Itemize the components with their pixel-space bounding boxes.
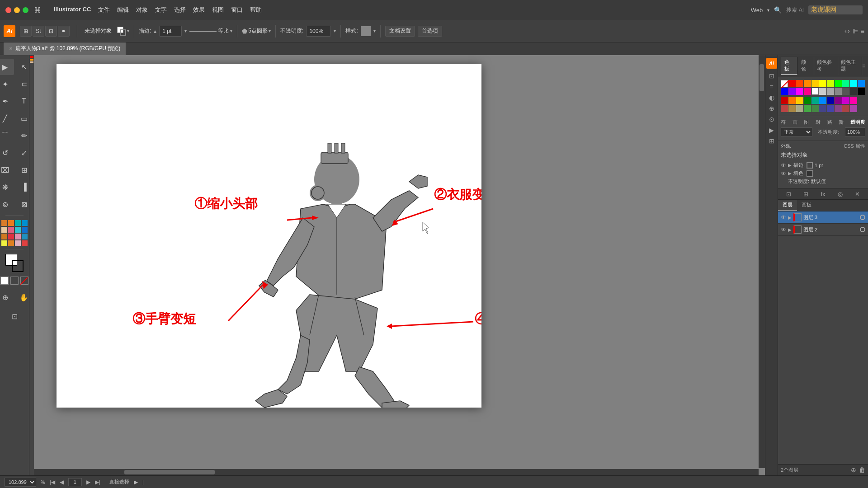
- opacity-arrow[interactable]: ▾: [334, 28, 336, 33]
- menu-item-view[interactable]: 视图: [212, 6, 224, 14]
- swatch-navy[interactable]: [827, 97, 834, 104]
- layer3-expand[interactable]: ▶: [788, 215, 792, 220]
- layer3-eye[interactable]: 👁: [781, 214, 786, 221]
- menu-item-edit[interactable]: 编辑: [117, 6, 129, 14]
- swatch-dark-gray[interactable]: [842, 88, 849, 95]
- layer3-target[interactable]: [860, 215, 865, 220]
- style-arrow[interactable]: ▾: [373, 28, 376, 33]
- symbol-tool[interactable]: ❋: [0, 179, 14, 195]
- menu-item-app[interactable]: Illustrator CC: [54, 6, 91, 14]
- swatch-blue[interactable]: [22, 220, 28, 226]
- menu-item-help[interactable]: 帮助: [250, 6, 262, 14]
- swatch-sky-blue[interactable]: [858, 80, 865, 87]
- panel-icon-unknown4[interactable]: ⊕: [769, 105, 774, 112]
- tab-layers[interactable]: 图层: [778, 200, 797, 211]
- layers-icon1[interactable]: ⊡: [786, 191, 791, 197]
- paint-panel-tab[interactable]: 画: [793, 119, 797, 126]
- swatch-orange3[interactable]: [1, 234, 7, 239]
- new-panel-tab[interactable]: 新: [839, 119, 844, 126]
- graph-panel-tab[interactable]: 图: [804, 119, 809, 126]
- opacity-input-right[interactable]: [845, 127, 865, 136]
- panel-icon-unknown6[interactable]: ▶: [769, 127, 774, 134]
- swatch-orchid[interactable]: [842, 97, 849, 104]
- last-page-btn[interactable]: ▶|: [95, 479, 100, 485]
- swatch-peach[interactable]: [1, 227, 7, 233]
- swatch-cyan[interactable]: [15, 227, 21, 233]
- swatch-red[interactable]: [8, 234, 14, 239]
- chevron-down-icon[interactable]: ▾: [767, 8, 769, 13]
- swatch-darker-gray[interactable]: [850, 88, 857, 95]
- swatch-khaki[interactable]: [796, 105, 803, 112]
- swatch-dark-red[interactable]: [781, 97, 788, 104]
- swatch-magenta[interactable]: [796, 88, 803, 95]
- stroke-type-selector[interactable]: 等比 ▾: [189, 27, 232, 35]
- swatch-mid-gray[interactable]: [827, 88, 834, 95]
- type-tool[interactable]: T: [15, 93, 33, 109]
- menu-item-effect[interactable]: 效果: [193, 6, 205, 14]
- direct-select-tool[interactable]: ↖: [15, 59, 33, 75]
- swatch-forest[interactable]: [811, 105, 819, 112]
- zoom-select[interactable]: 102.899: [5, 478, 36, 487]
- next-page-btn[interactable]: ▶: [86, 479, 90, 485]
- rotate-tool[interactable]: ↺: [0, 145, 14, 161]
- rect-tool[interactable]: ▭: [15, 110, 33, 127]
- tool-arrow-icon[interactable]: ▶: [134, 479, 138, 485]
- prev-page-btn[interactable]: ◀: [60, 479, 64, 485]
- close-button[interactable]: [5, 7, 11, 13]
- swatch-green-cyan[interactable]: [842, 80, 849, 87]
- swatch-brown[interactable]: [788, 105, 796, 112]
- swatch-violet[interactable]: [788, 88, 796, 95]
- swatch-hot-pink[interactable]: [804, 88, 811, 95]
- tab-close-btn[interactable]: ✕: [9, 46, 13, 51]
- panel-icon-unknown1[interactable]: ⊡: [769, 72, 774, 80]
- blend-mode-select[interactable]: 正常: [781, 127, 812, 136]
- swatch-medium-blue[interactable]: [827, 105, 834, 112]
- stroke-expand-icon[interactable]: ▶: [788, 163, 792, 168]
- canvas-area[interactable]: ①缩小头部 ②衣服变宽大 ③手臂变短: [34, 55, 765, 475]
- swatch-rose-bright[interactable]: [850, 97, 857, 104]
- doc-setup-button[interactable]: 文档设置: [385, 26, 415, 37]
- swatch-yellow-orange[interactable]: [811, 80, 819, 87]
- panel-icon-unknown2[interactable]: ≡: [769, 83, 773, 90]
- fill-color-box[interactable]: [807, 170, 813, 177]
- swatch-red2[interactable]: [22, 240, 28, 246]
- tab-color-theme[interactable]: 颜色主题: [838, 57, 862, 75]
- warp-tool[interactable]: ⌧: [0, 162, 14, 178]
- reshape-tool[interactable]: ⊚: [0, 196, 14, 212]
- tab-artboards[interactable]: 画板: [797, 200, 816, 211]
- toolbar-icon-4[interactable]: ✒: [58, 26, 70, 37]
- menu-item-window[interactable]: 窗口: [231, 6, 243, 14]
- style-preview[interactable]: [361, 26, 371, 36]
- layer2-eye[interactable]: 👁: [781, 226, 786, 233]
- stroke-eye-icon[interactable]: 👁: [781, 162, 786, 169]
- opacity-input[interactable]: [306, 26, 331, 37]
- scale-tool[interactable]: ⤢: [15, 145, 33, 161]
- toolbar-icon-3[interactable]: ⊡: [45, 26, 57, 37]
- brush-tool[interactable]: ⌒: [0, 127, 14, 144]
- char-panel-tab[interactable]: 符: [781, 119, 786, 126]
- line-tool[interactable]: ╱: [0, 110, 14, 127]
- stroke-color-box[interactable]: [807, 162, 813, 169]
- select-tool[interactable]: ▶: [0, 59, 14, 75]
- first-page-btn[interactable]: |◀: [50, 479, 55, 485]
- vertical-scrollbar[interactable]: [759, 55, 765, 468]
- swatch-gold[interactable]: [796, 97, 803, 104]
- tab-swatches[interactable]: 色板: [781, 57, 797, 75]
- toolbar-icon-2[interactable]: St: [33, 26, 44, 37]
- swatch-dark-green[interactable]: [804, 97, 811, 104]
- layer-item-3[interactable]: 👁 ▶ 图层 3: [778, 211, 868, 224]
- stroke-swatch[interactable]: [12, 260, 24, 272]
- swatch-teal[interactable]: [15, 220, 21, 226]
- fill-stroke-widget[interactable]: [5, 254, 24, 272]
- swatch-black[interactable]: [858, 88, 865, 95]
- fill-expand-icon[interactable]: ▶: [788, 171, 792, 176]
- menu-item-type[interactable]: 文字: [155, 6, 167, 14]
- layers-icon5[interactable]: ✕: [855, 191, 860, 197]
- shape-selector[interactable]: ⬟ 5点圆形 ▾: [242, 27, 271, 35]
- panel-icon-unknown5[interactable]: ⊙: [769, 116, 774, 123]
- pen-tool[interactable]: ✒: [0, 93, 14, 109]
- layers-icon3[interactable]: fx: [821, 191, 825, 197]
- screen-mode[interactable]: ⊡: [5, 308, 24, 324]
- hand-tool[interactable]: ✋: [15, 289, 33, 305]
- swatch-gray[interactable]: [835, 88, 842, 95]
